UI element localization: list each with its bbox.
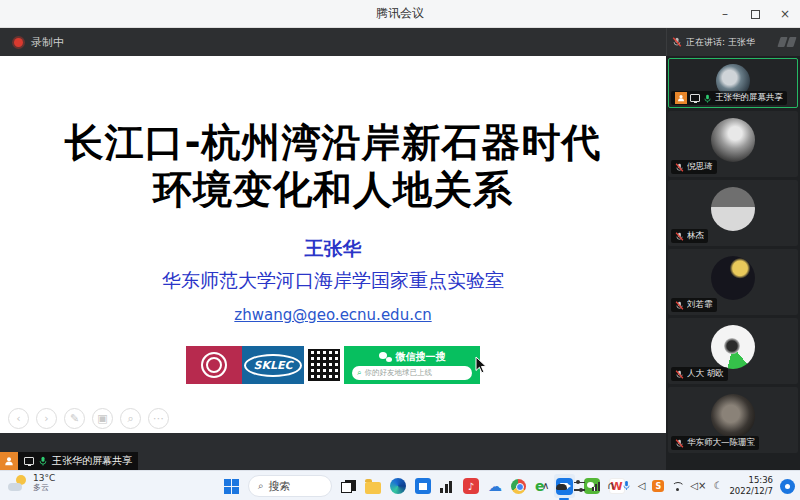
wechat-banner: SKLEC 微信搜一搜 ⌕ 你的好友地球已上线 — [186, 346, 480, 384]
chrome-browser-icon[interactable] — [511, 479, 526, 494]
taskbar-search[interactable]: ⌕ 搜索 — [248, 475, 332, 497]
search-label: 搜索 — [269, 479, 291, 494]
cloud-drive-icon[interactable]: ☁ — [488, 478, 502, 494]
participant-tile[interactable]: 倪思琦 — [668, 111, 798, 177]
maximize-icon — [751, 10, 760, 19]
avatar — [711, 394, 755, 438]
music-app-icon[interactable]: ♪ — [463, 478, 479, 494]
muted-mic-icon — [675, 370, 684, 379]
participant-name: 人大 胡欧 — [687, 368, 724, 380]
avatar — [711, 325, 755, 369]
slide-title-line2: 环境变化和人地关系 — [0, 167, 666, 214]
qr-code-icon — [308, 349, 340, 381]
volume-indicator-icon — [779, 37, 795, 47]
mic-on-icon — [703, 94, 712, 103]
system-tray: ∧ ∩ ◁ S ◁× ☾ 15:36 2022/12/7 — [542, 471, 795, 500]
participant-tile[interactable]: 刘若霏 — [668, 249, 798, 315]
participant-tile-active[interactable]: 王张华的屏幕共享 — [668, 58, 798, 108]
tray-expand-icon[interactable]: ∧ — [542, 481, 549, 491]
wechat-search-segment: 微信搜一搜 ⌕ 你的好友地球已上线 — [344, 346, 480, 384]
next-page-button[interactable]: › — [36, 408, 57, 429]
muted-mic-icon — [675, 232, 684, 241]
close-button[interactable]: × — [770, 0, 800, 28]
taskbar-clock[interactable]: 15:36 2022/12/7 — [729, 475, 773, 496]
minimize-button[interactable]: – — [710, 0, 740, 28]
ecnu-seal-segment — [186, 346, 242, 384]
recording-dot-icon — [14, 38, 23, 47]
edge-browser-icon[interactable] — [390, 478, 406, 494]
muted-mic-icon — [675, 163, 684, 172]
mouse-cursor — [475, 356, 487, 378]
participant-name: 林杰 — [687, 230, 704, 242]
search-icon: ⌕ — [357, 369, 361, 377]
avatar — [711, 256, 755, 300]
slide-author: 王张华 — [0, 236, 666, 262]
speaking-label: 正在讲话: 王张华 — [686, 36, 775, 49]
microsoft-store-icon[interactable] — [415, 478, 431, 494]
sklec-segment: SKLEC — [242, 346, 304, 384]
tencent-meeting-window: 腾讯会议 – × 录制中 长江口-杭州湾沿岸新石器时代 环境变化和人地关系 王张… — [0, 0, 800, 500]
participants-sidebar: 正在讲话: 王张华 王张华的屏幕共享 倪思琦 — [666, 28, 800, 470]
zoom-button[interactable]: ⌕ — [120, 408, 141, 429]
wechat-icon — [379, 352, 392, 362]
participant-tile[interactable]: 华东师大—陈珊宝 — [668, 387, 798, 453]
start-button[interactable] — [224, 479, 239, 494]
search-icon: ⌕ — [258, 480, 264, 492]
recording-status: 录制中 — [31, 35, 64, 50]
presenter-icon — [675, 92, 687, 104]
volume-muted-icon[interactable]: ◁× — [690, 481, 706, 491]
muted-mic-icon — [672, 37, 682, 47]
speaking-bar: 正在讲话: 王张华 — [666, 28, 800, 56]
screen-share-icon — [24, 457, 34, 465]
weather-desc: 多云 — [33, 484, 55, 493]
wifi-icon[interactable] — [671, 482, 683, 491]
slide-title-line1: 长江口-杭州湾沿岸新石器时代 — [0, 120, 666, 167]
participant-name: 王张华的屏幕共享 — [715, 92, 783, 104]
muted-mic-icon — [675, 439, 684, 448]
notification-center-button[interactable] — [780, 479, 795, 494]
speaker-tray-icon[interactable]: ◁ — [638, 481, 646, 491]
main-stage: 录制中 长江口-杭州湾沿岸新石器时代 环境变化和人地关系 王张华 华东师范大学河… — [0, 28, 666, 470]
file-explorer-icon[interactable] — [365, 482, 381, 494]
participant-tile[interactable]: 林杰 — [668, 180, 798, 246]
more-button[interactable]: ⋯ — [148, 408, 169, 429]
pen-button[interactable]: ✎ — [64, 408, 85, 429]
wechat-search-title: 微信搜一搜 — [396, 350, 446, 364]
taskbar-weather[interactable]: 13°C 多云 — [8, 474, 55, 493]
participant-name: 华东师大—陈珊宝 — [687, 437, 755, 449]
meeting-topbar: 录制中 — [0, 28, 666, 56]
prev-page-button[interactable]: ‹ — [8, 408, 29, 429]
share-badge: 王张华的屏幕共享 — [0, 452, 138, 470]
avatar — [711, 118, 755, 162]
settings-sliders-icon[interactable] — [574, 482, 585, 491]
night-mode-icon[interactable]: ☾ — [713, 481, 722, 491]
360-security-icon[interactable]: S — [652, 480, 664, 492]
maximize-button[interactable] — [740, 0, 770, 28]
task-view-button[interactable] — [341, 480, 356, 493]
bottom-strip: 王张华的屏幕共享 — [0, 433, 666, 470]
window-titlebar[interactable]: 腾讯会议 – × — [0, 0, 800, 28]
screenshot-button[interactable]: ▣ — [92, 408, 113, 429]
stocks-app-icon[interactable] — [440, 480, 454, 493]
clock-date: 2022/12/7 — [729, 486, 773, 497]
annotation-toolbar: ‹ › ✎ ▣ ⌕ ⋯ — [8, 408, 169, 429]
participant-tile[interactable]: 人大 胡欧 — [668, 318, 798, 384]
window-title: 腾讯会议 — [376, 5, 424, 22]
stats-tray-icon[interactable] — [592, 482, 600, 491]
tray-app-icon[interactable] — [556, 484, 567, 490]
headset-tray-icon[interactable]: ∩ — [607, 481, 614, 491]
mic-tray-icon[interactable] — [622, 480, 631, 493]
share-label: 王张华的屏幕共享 — [52, 454, 132, 468]
muted-mic-icon — [675, 301, 684, 310]
university-seal-icon — [201, 352, 227, 378]
slide-affiliation: 华东师范大学河口海岸学国家重点实验室 — [0, 268, 666, 294]
weather-icon — [8, 475, 28, 491]
screen-share-icon — [690, 94, 700, 102]
sklec-logo: SKLEC — [244, 354, 301, 377]
qr-code-segment — [304, 346, 344, 384]
email-link[interactable]: zhwang@geo.ecnu.edu.cn — [234, 306, 431, 324]
wechat-search-text: 你的好友地球已上线 — [364, 368, 432, 378]
shared-slide: 长江口-杭州湾沿岸新石器时代 环境变化和人地关系 王张华 华东师范大学河口海岸学… — [0, 56, 666, 433]
participant-name: 倪思琦 — [687, 161, 713, 173]
presenter-icon — [0, 452, 18, 470]
